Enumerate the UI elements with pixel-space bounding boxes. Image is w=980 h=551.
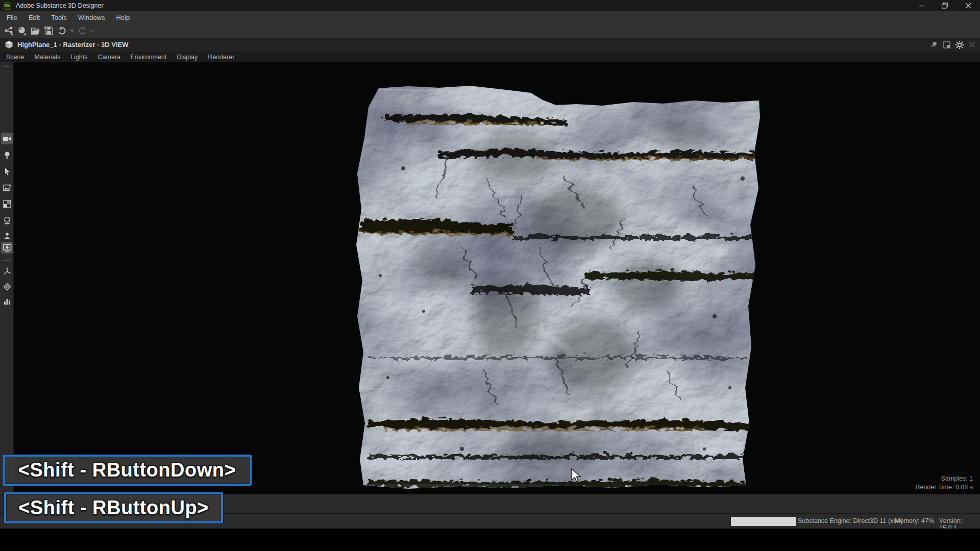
display-settings-button[interactable] — [1, 242, 13, 254]
maximize-view-button[interactable] — [953, 38, 966, 51]
undo-button[interactable] — [55, 24, 68, 37]
minimize-icon — [919, 3, 924, 9]
close-icon — [969, 41, 975, 48]
close-button[interactable] — [957, 0, 980, 11]
histogram-icon — [3, 296, 12, 306]
viewport-tool-strip — [0, 62, 14, 494]
title-bar: Ds Adobe Substance 3D Designer — [0, 0, 980, 11]
open-button[interactable] — [29, 24, 42, 37]
menu-item-tools[interactable]: Tools — [45, 14, 72, 21]
view-tab-title[interactable]: HighPlane_1 - Rasterizer - 3D VIEW — [17, 41, 128, 48]
light-bulb-icon — [3, 151, 12, 160]
checker-icon — [3, 199, 12, 209]
3d-viewport[interactable]: Samples: 1 Render Time: 0.08 s — [0, 62, 980, 494]
display-gear-icon — [3, 243, 12, 253]
pointer-icon — [3, 167, 12, 176]
axis-gizmo-icon — [3, 267, 12, 276]
histogram-button[interactable] — [1, 295, 13, 307]
keystroke-overlay-rbuttonup: <Shift - RButtonUp> — [4, 492, 223, 523]
undo-history-button[interactable] — [68, 24, 76, 37]
open-folder-icon — [31, 26, 40, 36]
new-graph-button[interactable] — [2, 24, 15, 37]
ground-shadow-button[interactable] — [1, 214, 13, 226]
viewport-menu-environment[interactable]: Environment — [126, 54, 172, 61]
render-time-value: Render Time: 0.08 s — [915, 483, 973, 492]
screen-footer — [0, 529, 980, 551]
viewport-menu-renderer[interactable]: Renderer — [203, 54, 239, 61]
redo-button[interactable] — [76, 24, 89, 37]
sphere-shadow-icon — [3, 216, 12, 225]
new-package-icon — [17, 26, 27, 36]
redo-history-button[interactable] — [89, 24, 96, 37]
render-stats: Samples: 1 Render Time: 0.08 s — [915, 474, 973, 492]
app-logo-icon: Ds — [4, 2, 11, 10]
restore-button[interactable] — [933, 0, 957, 11]
samples-value: Samples: 1 — [915, 474, 973, 483]
material-checker-button[interactable] — [1, 198, 13, 210]
float-window-icon — [943, 41, 950, 48]
environment-image-button[interactable] — [1, 182, 13, 193]
viewport-menu-materials[interactable]: Materials — [29, 54, 65, 61]
new-graph-icon — [4, 26, 14, 36]
menu-item-file[interactable]: File — [1, 14, 23, 21]
app-window: Ds Adobe Substance 3D Designer FileEditT… — [0, 0, 980, 551]
tool-strip-separator — [3, 259, 11, 263]
memory-status: Memory: 47% — [895, 517, 934, 524]
rock-mesh-render — [0, 62, 980, 494]
save-button[interactable] — [42, 24, 55, 37]
undo-icon — [57, 26, 67, 36]
pin-icon — [930, 41, 938, 48]
minimize-button[interactable] — [910, 0, 933, 11]
main-toolbar — [0, 23, 980, 38]
camera-icon — [3, 134, 12, 143]
light-mode-button[interactable] — [1, 149, 13, 161]
viewport-menu-scene[interactable]: Scene — [1, 54, 29, 61]
restore-icon — [942, 3, 948, 9]
mouse-cursor — [571, 468, 582, 484]
chevron-down-icon — [90, 29, 95, 32]
redo-icon — [78, 26, 87, 36]
viewport-menu-bar: SceneMaterialsLightsCameraEnvironmentDis… — [0, 52, 980, 62]
wireframe-layers-button[interactable] — [1, 281, 13, 292]
diamond-layers-icon — [3, 282, 12, 291]
viewport-menu-lights[interactable]: Lights — [65, 54, 92, 61]
save-icon — [44, 26, 54, 36]
environment-image-icon — [3, 183, 12, 192]
menu-item-help[interactable]: Help — [110, 14, 135, 21]
transform-gizmo-button[interactable] — [1, 265, 13, 277]
menu-item-edit[interactable]: Edit — [23, 14, 45, 21]
viewport-menu-camera[interactable]: Camera — [93, 54, 126, 61]
progress-bar — [731, 517, 796, 526]
pin-view-button[interactable] — [927, 38, 940, 51]
view-tab-bar: HighPlane_1 - Rasterizer - 3D VIEW — [0, 38, 980, 52]
float-view-button[interactable] — [940, 38, 953, 51]
camera-mode-button[interactable] — [1, 133, 13, 144]
menu-item-windows[interactable]: Windows — [72, 14, 111, 21]
engine-status: Substance Engine: Direct3D 11 (x64) — [798, 517, 902, 524]
chevron-down-icon — [70, 29, 75, 32]
main-menu-bar: FileEditToolsWindowsHelp — [0, 11, 980, 23]
toolbar-grip[interactable] — [3, 65, 10, 67]
maximize-view-icon — [955, 41, 964, 49]
keystroke-overlay-rbuttondown: <Shift - RButtonDown> — [3, 455, 252, 486]
select-mode-button[interactable] — [1, 165, 13, 177]
avatar-icon — [3, 231, 12, 240]
close-view-button[interactable] — [966, 38, 978, 51]
new-package-button[interactable] — [15, 24, 29, 37]
window-title: Adobe Substance 3D Designer — [16, 2, 104, 9]
avatar-view-button[interactable] — [1, 230, 13, 241]
close-icon — [965, 3, 971, 9]
viewport-menu-display[interactable]: Display — [172, 54, 203, 61]
3d-cube-icon — [5, 40, 13, 49]
